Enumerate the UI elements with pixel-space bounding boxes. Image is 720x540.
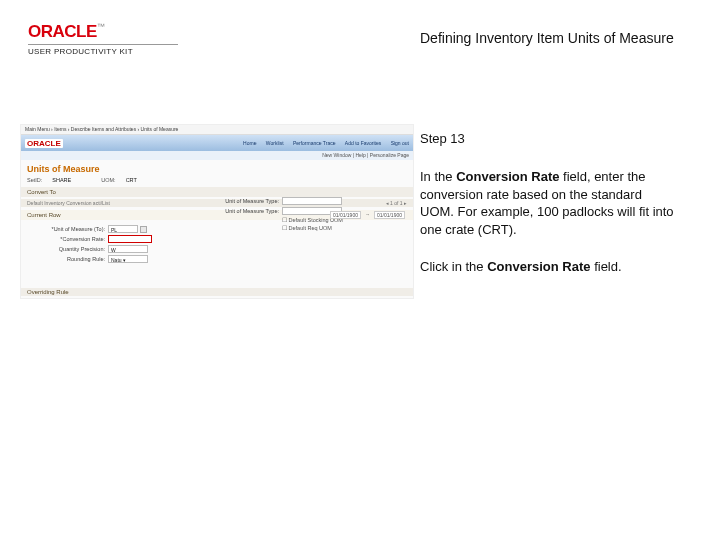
browser-breadcrumb: Main Menu › Items › Describe Items and A… <box>21 125 413 135</box>
page-title: Defining Inventory Item Units of Measure <box>420 30 674 46</box>
app-header: ORACLE Home Worklist Performance Trace A… <box>21 135 413 151</box>
instruction-paragraph-2: Click in the Conversion Rate field. <box>420 258 678 276</box>
section-overriding: Overriding Rule <box>21 288 413 296</box>
qty-precision-label: Quantity Precision: <box>27 246 105 252</box>
app-subnav: New Window | Help | Personalize Page <box>21 151 413 160</box>
p2-post: field. <box>591 259 622 274</box>
form-right-column: Unit of Measure Type: Unit of Measure Ty… <box>201 195 343 233</box>
uom-type-input[interactable] <box>282 197 342 205</box>
p1-bold: Conversion Rate <box>456 169 559 184</box>
nav-signout[interactable]: Sign out <box>391 140 409 146</box>
rounding-rule-select[interactable]: Natu ▾ <box>108 255 148 263</box>
p1-pre: In the <box>420 169 456 184</box>
nav-performance[interactable]: Performance Trace <box>293 140 336 146</box>
field-rounding-rule: Rounding Rule: Natu ▾ <box>27 255 407 263</box>
to-uom-label: *Unit of Measure (To): <box>27 226 105 232</box>
brand-logo: ORACLE™ USER PRODUCTIVITY KIT <box>28 22 178 56</box>
nav-addfav[interactable]: Add to Favorites <box>345 140 381 146</box>
grid-left-text: Default Inventory Conversion acti/List <box>27 200 110 206</box>
field-qty-precision: Quantity Precision: W <box>27 245 407 253</box>
field-uom-type-2: Unit of Measure Type: <box>201 207 343 215</box>
date-to[interactable]: 01/01/1900 <box>374 211 405 219</box>
uom-label: UOM: <box>101 177 115 183</box>
radio-in-bu[interactable]: In this BU <box>83 298 112 299</box>
date-from[interactable]: 01/01/1900 <box>330 211 361 219</box>
to-uom-input[interactable]: PL <box>108 225 138 233</box>
qty-precision-select[interactable]: W <box>108 245 148 253</box>
trademark-symbol: ™ <box>97 22 105 31</box>
p2-pre: Click in the <box>420 259 487 274</box>
logo-divider <box>28 44 178 45</box>
lookup-icon[interactable] <box>140 226 147 233</box>
header-fields: SetID: SHARE UOM: CRT <box>21 176 413 184</box>
app-screenshot: Main Menu › Items › Describe Items and A… <box>20 124 414 299</box>
uom-type-label: Unit of Measure Type: <box>201 198 279 204</box>
date-range: 01/01/1900 → 01/01/1900 <box>330 211 405 219</box>
field-conversion-rate: *Conversion Rate: <box>27 235 407 243</box>
setid-value: SHARE <box>52 177 71 183</box>
conversion-rate-label: *Conversion Rate: <box>27 236 105 242</box>
grid-nav-icons: ◂ 1 of 1 ▸ <box>386 200 407 206</box>
step-label: Step 13 <box>420 130 678 148</box>
brand-wordmark: ORACLE <box>28 22 97 41</box>
nav-worklist[interactable]: Worklist <box>266 140 284 146</box>
field-def-req: ☐ Default Req UOM <box>201 225 343 231</box>
override-radios: Across all BU In this BU No Override <box>21 296 413 299</box>
conversion-rate-input[interactable] <box>108 235 152 243</box>
nav-home[interactable]: Home <box>243 140 256 146</box>
radio-across-bu[interactable]: Across all BU <box>27 298 65 299</box>
form-title: Units of Measure <box>21 160 413 176</box>
uom-type2-label: Unit of Measure Type: <box>201 208 279 214</box>
default-req-checkbox[interactable]: ☐ Default Req UOM <box>282 225 332 231</box>
p2-bold: Conversion Rate <box>487 259 590 274</box>
instruction-paragraph-1: In the Conversion Rate field, enter the … <box>420 168 678 238</box>
rounding-rule-label: Rounding Rule: <box>27 256 105 262</box>
brand-subtitle: USER PRODUCTIVITY KIT <box>28 47 178 56</box>
field-uom-type-1: Unit of Measure Type: <box>201 197 343 205</box>
radio-no-override[interactable]: No Override <box>129 298 164 299</box>
app-nav-links: Home Worklist Performance Trace Add to F… <box>235 140 409 146</box>
field-def-stock: ☐ Default Stocking UOM <box>201 217 343 223</box>
setid-label: SetID: <box>27 177 42 183</box>
uom-value: CRT <box>126 177 137 183</box>
app-brand: ORACLE <box>25 139 63 148</box>
